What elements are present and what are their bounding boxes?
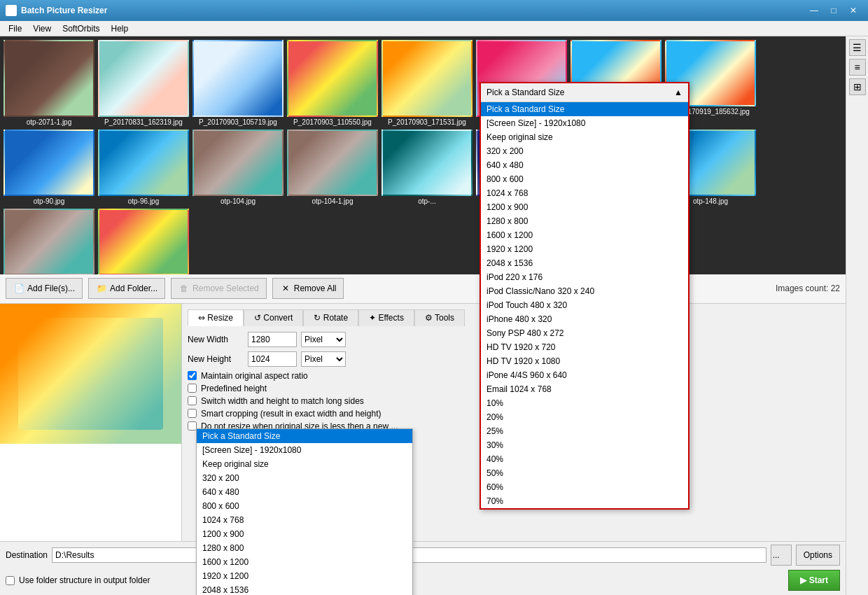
small-dropdown-item[interactable]: 320 x 200 <box>197 471 412 485</box>
start-button[interactable]: ▶ Start <box>788 570 840 591</box>
dropdown-item[interactable]: 320 x 200 <box>481 144 688 158</box>
dropdown-item[interactable]: 1280 x 800 <box>481 214 688 228</box>
height-unit-select[interactable]: Pixel Percent <box>301 351 346 367</box>
small-dropdown-item[interactable]: 1280 x 800 <box>197 541 412 555</box>
menu-softorbits[interactable]: SoftOrbits <box>57 22 105 35</box>
dropdown-item[interactable]: 30% <box>481 438 688 452</box>
dropdown-item[interactable]: 70% <box>481 494 688 508</box>
gallery-grid: otp-2071-1.jpgP_20170831_162319.jpgP_201… <box>0 36 846 274</box>
destination-row: Destination ... Options <box>0 541 846 568</box>
small-standard-size-dropdown[interactable]: Pick a Standard Size[Screen Size] - 1920… <box>196 428 413 595</box>
preview-image <box>0 304 181 444</box>
browse-destination-button[interactable]: ... <box>771 545 792 566</box>
dropdown-item[interactable]: 50% <box>481 466 688 480</box>
add-folder-icon: 📁 <box>96 283 107 294</box>
tab-convert[interactable]: ↺ Convert <box>244 309 303 326</box>
dropdown-item[interactable]: 25% <box>481 424 688 438</box>
close-button[interactable]: ✕ <box>844 4 862 18</box>
menu-file[interactable]: File <box>3 22 27 35</box>
dropdown-item[interactable]: iPhone 480 x 320 <box>481 312 688 326</box>
dropdown-item[interactable]: 1024 x 768 <box>481 186 688 200</box>
remove-all-icon: ✕ <box>280 283 291 294</box>
gallery-item[interactable]: otp-2071-1.jpg <box>4 40 94 126</box>
add-folder-button[interactable]: 📁 Add Folder... <box>88 278 165 299</box>
resize-icon: ⇔ <box>198 313 205 323</box>
new-height-input[interactable] <box>248 351 297 367</box>
tab-tools[interactable]: ⚙ Tools <box>414 309 465 326</box>
dropdown-item[interactable]: 800 x 600 <box>481 172 688 186</box>
dropdown-item[interactable]: 2048 x 1536 <box>481 256 688 270</box>
gallery-item[interactable]: otp-... <box>382 130 472 205</box>
small-dropdown-item[interactable]: 1600 x 1200 <box>197 555 412 569</box>
tab-rotate[interactable]: ↻ Rotate <box>303 309 358 326</box>
dropdown-item[interactable]: 10% <box>481 396 688 410</box>
small-dropdown-item[interactable]: 1024 x 768 <box>197 513 412 527</box>
small-dropdown-item[interactable]: [Screen Size] - 1920x1080 <box>197 443 412 457</box>
small-dropdown-item[interactable]: 800 x 600 <box>197 499 412 513</box>
predefined-height-label: Predefined height <box>201 384 267 393</box>
gallery-item[interactable]: otp-104-1.jpg <box>287 130 378 205</box>
dropdown-item[interactable]: iPod Touch 480 x 320 <box>481 298 688 312</box>
dropdown-item[interactable]: 1920 x 1200 <box>481 242 688 256</box>
gallery-item[interactable]: P_20170903_110550.jpg <box>287 40 378 126</box>
options-button[interactable]: Options <box>796 545 840 566</box>
new-width-input[interactable] <box>248 332 297 347</box>
tab-effects[interactable]: ✦ Effects <box>358 309 414 326</box>
remove-selected-button[interactable]: 🗑 Remove Selected <box>171 278 267 299</box>
predefined-height-checkbox[interactable] <box>188 384 197 393</box>
small-dropdown-item[interactable]: 640 x 480 <box>197 485 412 499</box>
small-dropdown-item[interactable]: 1920 x 1200 <box>197 569 412 583</box>
dropdown-item[interactable]: iPod 220 x 176 <box>481 270 688 284</box>
use-folder-checkbox[interactable] <box>6 576 15 585</box>
gallery-item[interactable]: otp-96.jpg <box>98 130 189 205</box>
maintain-aspect-checkbox[interactable] <box>188 371 197 380</box>
gallery-area: otp-2071-1.jpgP_20170831_162319.jpgP_201… <box>0 36 846 274</box>
dropdown-item[interactable]: 1600 x 1200 <box>481 228 688 242</box>
gallery-item[interactable]: otp-171.jpg <box>98 209 189 274</box>
small-dropdown-item[interactable]: Keep original size <box>197 457 412 471</box>
dropdown-item[interactable]: iPone 4/4S 960 x 640 <box>481 368 688 382</box>
gallery-item[interactable]: P_20170903_171531.jpg <box>382 40 472 126</box>
smart-crop-checkbox[interactable] <box>188 409 197 418</box>
gallery-item[interactable]: P_20170903_105719.jpg <box>192 40 284 126</box>
dropdown-item[interactable]: 60% <box>481 480 688 494</box>
gallery-item-label: otp-2071-1.jpg <box>27 118 72 126</box>
big-standard-size-dropdown[interactable]: Pick a Standard Size ▲ Pick a Standard S… <box>479 82 690 510</box>
gallery-item[interactable]: otp-90.jpg <box>4 130 94 205</box>
dropdown-item[interactable]: 1200 x 900 <box>481 200 688 214</box>
dropdown-item[interactable]: 640 x 480 <box>481 158 688 172</box>
dropdown-item[interactable]: [Screen Size] - 1920x1080 <box>481 116 688 130</box>
remove-all-button[interactable]: ✕ Remove All <box>272 278 344 299</box>
minimize-button[interactable]: — <box>805 4 823 18</box>
menu-view[interactable]: View <box>27 22 57 35</box>
dropdown-item[interactable]: 20% <box>481 410 688 424</box>
menu-help[interactable]: Help <box>106 22 134 35</box>
action-bar: 📄 Add File(s)... 📁 Add Folder... 🗑 Remov… <box>0 274 846 304</box>
dropdown-item[interactable]: 40% <box>481 452 688 466</box>
dropdown-list[interactable]: Pick a Standard Size[Screen Size] - 1920… <box>481 102 688 508</box>
maintain-aspect-label: Maintain original aspect ratio <box>201 371 308 381</box>
maximize-button[interactable]: □ <box>825 4 843 18</box>
view-icon-btn[interactable]: ☰ <box>849 39 866 56</box>
list-view-btn[interactable]: ≡ <box>849 59 866 76</box>
dropdown-item[interactable]: HD TV 1920 x 1080 <box>481 354 688 368</box>
small-dropdown-item[interactable]: Pick a Standard Size <box>197 429 412 443</box>
dropdown-item[interactable]: iPod Classic/Nano 320 x 240 <box>481 284 688 298</box>
dropdown-item[interactable]: HD TV 1920 x 720 <box>481 340 688 354</box>
tab-resize[interactable]: ⇔ Resize <box>188 309 244 326</box>
gallery-item[interactable]: otp-104.jpg <box>192 130 284 205</box>
gallery-item[interactable]: P_20170831_162319.jpg <box>98 40 189 126</box>
grid-view-btn[interactable]: ⊞ <box>849 78 866 95</box>
width-unit-select[interactable]: Pixel Percent <box>301 332 346 347</box>
gallery-item[interactable]: otp-148-1.jpg <box>4 209 94 274</box>
small-dropdown-item[interactable]: 2048 x 1536 <box>197 583 412 595</box>
dropdown-item[interactable]: Pick a Standard Size <box>481 102 688 116</box>
small-dropdown-item[interactable]: 1200 x 900 <box>197 527 412 541</box>
dropdown-item[interactable]: Email 1024 x 768 <box>481 382 688 396</box>
dropdown-item[interactable]: Keep original size <box>481 130 688 144</box>
add-files-button[interactable]: 📄 Add File(s)... <box>6 278 83 299</box>
switch-width-checkbox[interactable] <box>188 396 197 405</box>
gallery-item-label: P_20170903_105719.jpg <box>199 118 277 126</box>
gallery-item-label: otp-104.jpg <box>220 197 255 205</box>
dropdown-item[interactable]: Sony PSP 480 x 272 <box>481 326 688 340</box>
